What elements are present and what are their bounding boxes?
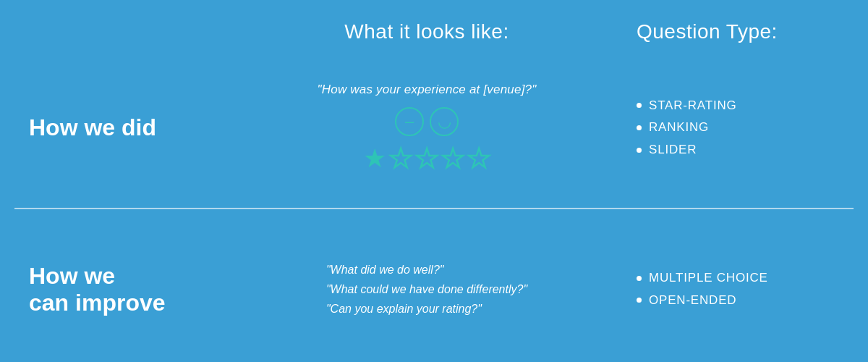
star-4: ★: [441, 143, 464, 174]
top-right-content: STAR-RATING RANKING SLIDER: [622, 95, 868, 161]
what-it-looks-like-header: What it looks like:: [344, 20, 509, 43]
bottom-question-1: "What did we do well?": [326, 260, 527, 279]
top-question-type-list: STAR-RATING RANKING SLIDER: [637, 95, 868, 161]
header-row: What it looks like: Question Type:: [0, 0, 868, 55]
header-col-right: Question Type:: [622, 20, 868, 43]
bottom-example-questions: "What did we do well?" "What could we ha…: [326, 260, 527, 319]
star-3: ★: [415, 143, 438, 174]
top-section: How we did "How was your experience at […: [0, 55, 868, 208]
emoji-row: – ◡: [395, 107, 459, 136]
bullet-dot: [637, 276, 642, 281]
emoji-neutral: –: [395, 107, 424, 136]
star-1: ★: [363, 143, 386, 174]
bottom-question-type-list: MULTIPLE CHOICE OPEN-ENDED: [637, 267, 868, 311]
bullet-dot: [637, 103, 642, 108]
bottom-right-content: MULTIPLE CHOICE OPEN-ENDED: [622, 267, 868, 311]
star-5: ★: [467, 143, 490, 174]
question-type-ranking: RANKING: [637, 117, 868, 139]
bullet-dot: [637, 148, 642, 153]
star-2: ★: [389, 143, 412, 174]
header-col-middle: What it looks like:: [231, 20, 622, 43]
top-middle-content: "How was your experience at [venue]?" – …: [231, 83, 622, 174]
bottom-section: How we can improve "What did we do well?…: [0, 209, 868, 362]
how-we-did-label: How we did: [0, 114, 231, 141]
stars-row: ★ ★ ★ ★ ★: [363, 143, 490, 174]
bottom-question-3: "Can you explain your rating?": [326, 299, 527, 319]
bottom-middle-content: "What did we do well?" "What could we ha…: [231, 260, 622, 319]
top-example-question: "How was your experience at [venue]?": [318, 83, 537, 97]
question-type-header: Question Type:: [637, 20, 778, 43]
bullet-dot: [637, 298, 642, 303]
bullet-dot: [637, 125, 642, 130]
question-type-slider: SLIDER: [637, 139, 868, 161]
question-type-multiple-choice: MULTIPLE CHOICE: [637, 267, 868, 290]
question-type-star-rating: STAR-RATING: [637, 95, 868, 117]
question-type-open-ended: OPEN-ENDED: [637, 290, 868, 312]
how-we-can-improve-label: How we can improve: [0, 263, 231, 316]
main-container: What it looks like: Question Type: How w…: [0, 0, 868, 362]
bottom-question-2: "What could we have done differently?": [326, 279, 527, 299]
emoji-smile: ◡: [430, 107, 459, 136]
